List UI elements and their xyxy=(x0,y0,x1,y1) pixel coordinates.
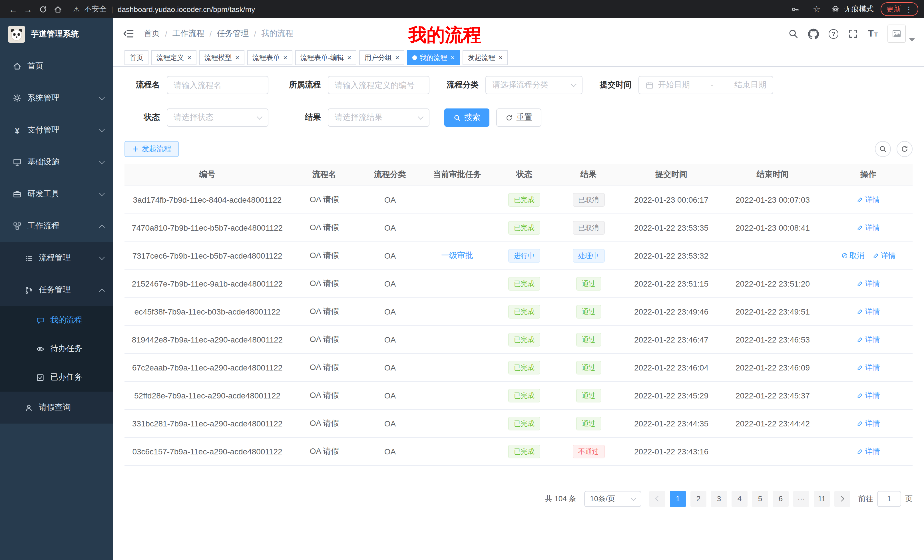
sidebar-item-system[interactable]: 系统管理 xyxy=(0,82,113,114)
cell-submit-time: 2022-01-22 23:43:16 xyxy=(621,437,721,465)
tab-item[interactable]: 发起流程× xyxy=(463,50,508,65)
detail-link[interactable]: 详情 xyxy=(856,306,880,316)
tab-close-icon[interactable]: × xyxy=(395,54,399,61)
detail-link[interactable]: 详情 xyxy=(872,250,896,261)
tab-item[interactable]: 流程模型× xyxy=(199,50,244,65)
detail-link[interactable]: 详情 xyxy=(856,362,880,373)
current-task-link[interactable]: 一级审批 xyxy=(441,250,473,259)
help-icon[interactable]: ? xyxy=(829,29,838,39)
font-size-icon[interactable]: TT xyxy=(868,28,878,39)
update-button[interactable]: 更新 ⋮ xyxy=(880,2,918,16)
browser-menu-icon[interactable]: ⋮ xyxy=(905,5,913,13)
page-button[interactable]: 6 xyxy=(772,491,789,507)
tab-item[interactable]: 我的流程× xyxy=(407,50,460,65)
security-label: 不安全 xyxy=(84,4,106,14)
sidebar-item-payment[interactable]: ¥ 支付管理 xyxy=(0,114,113,146)
status-badge: 已完成 xyxy=(508,304,540,318)
process-name-input[interactable] xyxy=(167,76,268,94)
chat-bubble-icon xyxy=(35,316,45,325)
tab-close-icon[interactable]: × xyxy=(283,54,287,61)
sidebar-item-done-tasks[interactable]: 已办任务 xyxy=(0,363,113,392)
sidebar-item-workflow[interactable]: 工作流程 xyxy=(0,210,113,242)
cell-category: OA xyxy=(358,270,422,297)
tab-item[interactable]: 用户分组× xyxy=(359,50,404,65)
cancel-link[interactable]: 取消 xyxy=(841,250,864,261)
tab-close-icon[interactable]: × xyxy=(235,54,239,61)
page-jump-input[interactable] xyxy=(877,491,901,507)
sidebar-item-leave-query[interactable]: 请假查询 xyxy=(0,392,113,424)
tab-item[interactable]: 流程表单× xyxy=(247,50,292,65)
forward-icon[interactable]: → xyxy=(21,2,35,16)
detail-link[interactable]: 详情 xyxy=(856,278,880,289)
category-select[interactable]: 请选择流程分类 xyxy=(485,76,582,94)
fullscreen-icon[interactable] xyxy=(848,28,858,39)
breadcrumb-item[interactable]: 任务管理 xyxy=(217,28,249,39)
search-button[interactable]: 搜索 xyxy=(444,108,489,127)
bookmark-star-icon[interactable]: ☆ xyxy=(809,2,824,16)
process-table: 编号流程名流程分类当前审批任务状态结果提交时间结束时间操作 3ad174fb-7… xyxy=(124,164,913,466)
breadcrumb-item[interactable]: 首页 xyxy=(144,28,160,39)
page-button[interactable]: 4 xyxy=(732,491,747,507)
process-definition-input[interactable] xyxy=(328,76,429,94)
detail-link[interactable]: 详情 xyxy=(856,446,880,457)
toolbox-icon xyxy=(13,190,22,199)
github-icon[interactable] xyxy=(808,28,819,39)
tab-bar: 首页流程定义×流程模型×流程表单×流程表单-编辑×用户分组×我的流程×发起流程× xyxy=(113,49,924,67)
result-badge: 通过 xyxy=(576,416,601,430)
key-icon[interactable] xyxy=(788,2,802,16)
cell-process-name: OA 请假 xyxy=(290,409,358,437)
tab-close-icon[interactable]: × xyxy=(347,54,351,61)
sidebar-toggle-icon[interactable] xyxy=(122,27,135,40)
prev-page-button[interactable] xyxy=(650,491,665,507)
sidebar-item-home[interactable]: 首页 xyxy=(0,50,113,82)
breadcrumb-item[interactable]: 工作流程 xyxy=(172,28,204,39)
page-jump: 前往 页 xyxy=(858,491,913,507)
chevron-up-icon xyxy=(99,288,105,294)
pager-ellipsis[interactable]: ··· xyxy=(793,491,809,507)
tab-item[interactable]: 流程定义× xyxy=(152,50,196,65)
detail-link[interactable]: 详情 xyxy=(856,334,880,344)
page-size-select[interactable]: 10条/页 xyxy=(584,491,641,507)
next-page-button[interactable] xyxy=(834,491,850,507)
refresh-button[interactable] xyxy=(897,141,913,157)
detail-link[interactable]: 详情 xyxy=(856,418,880,428)
address-bar[interactable]: ⚠ 不安全 | dashboard.yudao.iocoder.cn/bpm/t… xyxy=(73,4,255,14)
process-name-label: 流程名 xyxy=(124,80,160,90)
avatar-image-placeholder xyxy=(888,24,906,43)
sidebar-item-my-process[interactable]: 我的流程 xyxy=(0,306,113,334)
tab-item[interactable]: 流程表单-编辑× xyxy=(295,50,356,65)
table-row: 7470a810-7b9b-11ec-b5b7-acde48001122OA 请… xyxy=(124,214,913,241)
detail-link[interactable]: 详情 xyxy=(856,390,880,400)
cell-process-name: OA 请假 xyxy=(290,325,358,353)
sidebar-item-infrastructure[interactable]: 基础设施 xyxy=(0,146,113,178)
monitor-icon xyxy=(13,157,22,167)
tab-item[interactable]: 首页 xyxy=(124,50,148,65)
start-process-button[interactable]: 发起流程 xyxy=(124,141,179,157)
detail-link[interactable]: 详情 xyxy=(856,222,880,233)
sidebar-item-todo-tasks[interactable]: 待办任务 xyxy=(0,334,113,363)
page-button[interactable]: 1 xyxy=(670,491,686,507)
home-icon[interactable] xyxy=(50,2,65,16)
detail-link[interactable]: 详情 xyxy=(856,195,880,205)
page-button[interactable]: 2 xyxy=(690,491,706,507)
cell-category: OA xyxy=(358,214,422,241)
tab-close-icon[interactable]: × xyxy=(498,54,502,61)
result-select[interactable]: 请选择流结果 xyxy=(328,108,429,127)
sidebar-item-task-management[interactable]: 任务管理 xyxy=(0,274,113,306)
submit-time-range-picker[interactable]: 开始日期 - 结束日期 xyxy=(639,76,773,94)
sidebar-item-devtools[interactable]: 研发工具 xyxy=(0,178,113,210)
chevron-down-icon xyxy=(99,126,105,132)
page-button[interactable]: 11 xyxy=(814,491,830,507)
page-button[interactable]: 3 xyxy=(711,491,727,507)
search-icon[interactable] xyxy=(788,28,798,39)
page-button[interactable]: 5 xyxy=(752,491,768,507)
back-icon[interactable]: ← xyxy=(6,2,21,16)
avatar[interactable] xyxy=(888,24,915,43)
tab-close-icon[interactable]: × xyxy=(451,54,454,61)
sidebar-item-process-management[interactable]: 流程管理 xyxy=(0,242,113,274)
tab-close-icon[interactable]: × xyxy=(188,54,191,61)
status-select[interactable]: 请选择状态 xyxy=(167,108,268,127)
reload-icon[interactable] xyxy=(35,2,50,16)
toggle-search-button[interactable] xyxy=(875,141,891,157)
reset-button[interactable]: 重置 xyxy=(496,108,542,127)
